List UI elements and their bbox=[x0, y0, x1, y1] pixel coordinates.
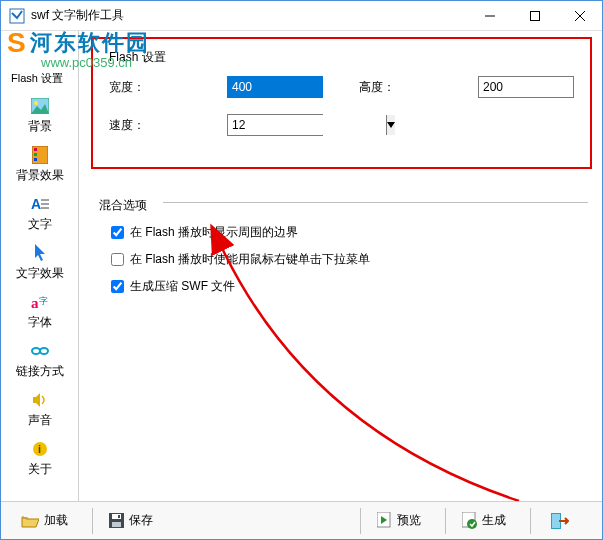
minimize-button[interactable] bbox=[467, 1, 512, 30]
sound-icon bbox=[30, 390, 50, 410]
speed-input[interactable] bbox=[228, 115, 386, 135]
bottom-toolbar: 加载 保存 预览 生成 bbox=[1, 501, 602, 539]
window-title: swf 文字制作工具 bbox=[31, 7, 467, 24]
button-label: 生成 bbox=[482, 512, 506, 529]
button-label: 预览 bbox=[397, 512, 421, 529]
image-icon bbox=[30, 96, 50, 116]
svg-text:A: A bbox=[31, 196, 41, 212]
separator bbox=[530, 508, 531, 534]
maximize-button[interactable] bbox=[512, 1, 557, 30]
sidebar: Flash 设置 背景 背景效果 A 文字 文字效果 a字 字体 bbox=[1, 31, 79, 501]
sidebar-item-background-effect[interactable]: 背景效果 bbox=[1, 141, 78, 190]
svg-point-27 bbox=[467, 519, 477, 529]
app-window: swf 文字制作工具 S河东软件园 www.pc0359.cn Flash 设置… bbox=[0, 0, 603, 540]
save-button[interactable]: 保存 bbox=[99, 508, 163, 534]
svg-point-18 bbox=[40, 348, 48, 354]
svg-rect-10 bbox=[34, 158, 37, 161]
button-label: 加载 bbox=[44, 512, 68, 529]
sidebar-item-background[interactable]: 背景 bbox=[1, 92, 78, 141]
sidebar-item-text-effect[interactable]: 文字效果 bbox=[1, 239, 78, 288]
sidebar-item-link[interactable]: 链接方式 bbox=[1, 337, 78, 386]
text-icon: A bbox=[30, 194, 50, 214]
titlebar: swf 文字制作工具 bbox=[1, 1, 602, 31]
width-input[interactable] bbox=[227, 76, 323, 98]
sidebar-item-about[interactable]: i 关于 bbox=[1, 435, 78, 484]
separator bbox=[445, 508, 446, 534]
sidebar-item-label: 背景 bbox=[28, 118, 52, 135]
svg-rect-8 bbox=[34, 148, 37, 151]
sidebar-item-label: 文字 bbox=[28, 216, 52, 233]
sidebar-item-text[interactable]: A 文字 bbox=[1, 190, 78, 239]
button-label: 保存 bbox=[129, 512, 153, 529]
speed-label: 速度： bbox=[103, 117, 167, 134]
link-icon bbox=[30, 341, 50, 361]
sidebar-header: Flash 设置 bbox=[1, 67, 78, 92]
svg-rect-24 bbox=[118, 515, 120, 518]
generate-icon bbox=[462, 512, 477, 529]
close-button[interactable] bbox=[557, 1, 602, 30]
folder-open-icon bbox=[21, 514, 39, 528]
checkbox-right-click-menu[interactable] bbox=[111, 253, 124, 266]
option-right-click-menu[interactable]: 在 Flash 播放时使能用鼠标右键单击下拉菜单 bbox=[111, 251, 588, 268]
sidebar-item-label: 声音 bbox=[28, 412, 52, 429]
flash-settings-title: Flash 设置 bbox=[109, 49, 580, 66]
svg-rect-9 bbox=[34, 153, 37, 156]
width-label: 宽度： bbox=[103, 79, 167, 96]
checkbox-show-border[interactable] bbox=[111, 226, 124, 239]
speed-select[interactable] bbox=[227, 114, 323, 136]
load-button[interactable]: 加载 bbox=[11, 508, 78, 534]
checkbox-compress-swf[interactable] bbox=[111, 280, 124, 293]
option-show-border[interactable]: 在 Flash 播放时显示周围的边界 bbox=[111, 224, 588, 241]
app-icon bbox=[9, 8, 25, 24]
svg-text:i: i bbox=[38, 443, 41, 455]
flash-settings-group: Flash 设置 宽度： 高度： 速度： bbox=[91, 37, 592, 169]
svg-text:a: a bbox=[31, 295, 39, 310]
sidebar-item-label: 链接方式 bbox=[16, 363, 64, 380]
film-icon bbox=[30, 145, 50, 165]
separator bbox=[360, 508, 361, 534]
svg-rect-29 bbox=[552, 514, 560, 528]
height-label: 高度： bbox=[353, 79, 409, 96]
save-icon bbox=[109, 513, 124, 528]
svg-point-6 bbox=[34, 101, 38, 105]
separator bbox=[92, 508, 93, 534]
option-label: 在 Flash 播放时显示周围的边界 bbox=[130, 224, 298, 241]
svg-rect-2 bbox=[530, 11, 539, 20]
sidebar-item-sound[interactable]: 声音 bbox=[1, 386, 78, 435]
font-icon: a字 bbox=[30, 292, 50, 312]
height-input[interactable] bbox=[478, 76, 574, 98]
cursor-icon bbox=[30, 243, 50, 263]
option-compress-swf[interactable]: 生成压缩 SWF 文件 bbox=[111, 278, 588, 295]
option-label: 在 Flash 播放时使能用鼠标右键单击下拉菜单 bbox=[130, 251, 370, 268]
info-icon: i bbox=[30, 439, 50, 459]
option-label: 生成压缩 SWF 文件 bbox=[130, 278, 235, 295]
exit-button[interactable] bbox=[541, 508, 584, 534]
chevron-down-icon[interactable] bbox=[386, 115, 395, 135]
sidebar-item-label: 关于 bbox=[28, 461, 52, 478]
svg-text:字: 字 bbox=[39, 296, 48, 306]
sidebar-item-label: 字体 bbox=[28, 314, 52, 331]
svg-point-17 bbox=[32, 348, 40, 354]
exit-icon bbox=[551, 513, 569, 529]
generate-button[interactable]: 生成 bbox=[452, 508, 516, 534]
preview-icon bbox=[377, 512, 392, 529]
mix-options-title: 混合选项 bbox=[99, 197, 147, 214]
divider bbox=[163, 202, 588, 203]
main-panel: Flash 设置 宽度： 高度： 速度： bbox=[79, 31, 602, 501]
svg-rect-23 bbox=[112, 522, 121, 527]
sidebar-item-label: 文字效果 bbox=[16, 265, 64, 282]
sidebar-item-label: 背景效果 bbox=[16, 167, 64, 184]
preview-button[interactable]: 预览 bbox=[367, 508, 431, 534]
sidebar-item-font[interactable]: a字 字体 bbox=[1, 288, 78, 337]
